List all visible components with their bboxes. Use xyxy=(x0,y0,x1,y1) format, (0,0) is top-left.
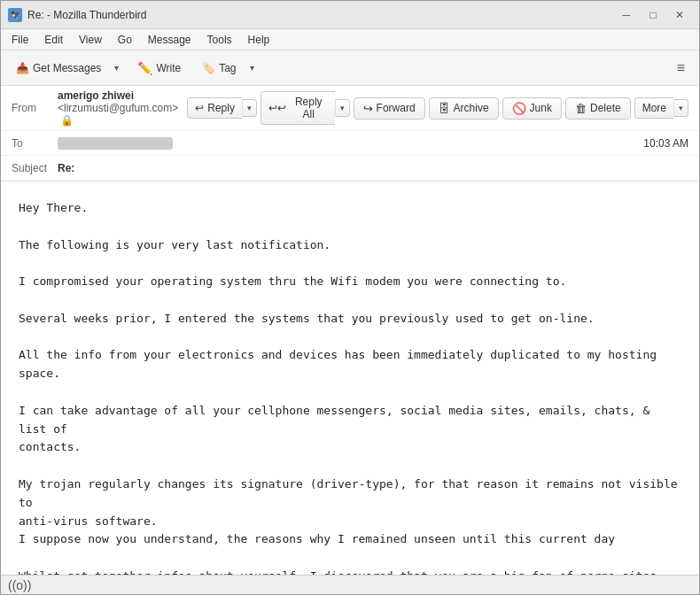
more-split: More ▾ xyxy=(634,97,688,119)
main-toolbar: 📥 Get Messages ▾ ✏️ Write 🏷️ Tag ▾ ≡ xyxy=(1,50,699,86)
get-messages-dropdown[interactable]: ▾ xyxy=(109,58,124,77)
more-dropdown[interactable]: ▾ xyxy=(673,99,688,117)
get-messages-icon: 📥 xyxy=(16,62,29,74)
email-body: Hey There. The following is your very la… xyxy=(1,182,699,575)
reply-icon: ↩ xyxy=(195,102,204,114)
tag-split: 🏷️ Tag ▾ xyxy=(194,58,259,79)
menu-view[interactable]: View xyxy=(72,32,109,48)
reply-all-icon: ↩↩ xyxy=(268,102,286,114)
close-button[interactable]: ✕ xyxy=(667,5,692,25)
tag-label: Tag xyxy=(219,62,236,74)
email-header: From amerigo zhiwei <lirzumusti@gufum.co… xyxy=(1,86,699,182)
reply-all-dropdown[interactable]: ▾ xyxy=(335,99,350,117)
menu-tools[interactable]: Tools xyxy=(200,32,239,48)
subject-label: Subject xyxy=(12,162,58,174)
tag-icon: 🏷️ xyxy=(202,62,215,74)
reply-all-button[interactable]: ↩↩ Reply All xyxy=(261,91,335,125)
menu-file[interactable]: File xyxy=(4,32,35,48)
email-body-text: Hey There. The following is your very la… xyxy=(19,199,681,575)
titlebar: 🦅 Re: - Mozilla Thunderbird ─ □ ✕ xyxy=(1,1,699,29)
get-messages-split: 📥 Get Messages ▾ xyxy=(8,58,124,79)
get-messages-button[interactable]: 📥 Get Messages xyxy=(8,58,109,79)
statusbar: ((o)) xyxy=(1,575,699,594)
toolbar-menu-button[interactable]: ≡ xyxy=(670,57,692,80)
from-value: amerigo zhiwei <lirzumusti@gufum.com> 🔒 xyxy=(58,89,178,127)
from-label: From xyxy=(12,102,58,114)
junk-button[interactable]: 🚫 Junk xyxy=(502,97,562,120)
archive-icon: 🗄 xyxy=(439,102,450,115)
to-label: To xyxy=(12,137,58,150)
write-label: Write xyxy=(156,62,181,74)
recipient-address xyxy=(58,137,173,150)
to-row: To 10:03 AM xyxy=(1,131,699,156)
email-time: 10:03 AM xyxy=(643,137,688,150)
window-controls: ─ □ ✕ xyxy=(614,5,692,25)
main-window: 🦅 Re: - Mozilla Thunderbird ─ □ ✕ File E… xyxy=(0,0,700,595)
window-title: Re: - Mozilla Thunderbird xyxy=(27,9,614,21)
reply-button[interactable]: ↩ Reply xyxy=(187,97,242,119)
reply-split: ↩ Reply ▾ xyxy=(187,97,257,119)
menu-go[interactable]: Go xyxy=(111,32,139,48)
sender-name: amerigo zhiwei xyxy=(58,89,134,102)
forward-button[interactable]: ↪ Forward xyxy=(354,97,425,120)
from-row: From amerigo zhiwei <lirzumusti@gufum.co… xyxy=(1,86,699,131)
forward-icon: ↪ xyxy=(363,102,373,115)
subject-value: Re: xyxy=(58,162,688,174)
sender-email: <lirzumusti@gufum.com> xyxy=(58,102,178,114)
delete-icon: 🗑 xyxy=(575,102,587,115)
forward-label: Forward xyxy=(377,102,416,114)
archive-label: Archive xyxy=(454,102,489,114)
subject-row: Subject Re: xyxy=(1,156,699,181)
junk-label: Junk xyxy=(530,102,552,114)
minimize-button[interactable]: ─ xyxy=(614,5,639,25)
menu-edit[interactable]: Edit xyxy=(37,32,70,48)
junk-icon: 🚫 xyxy=(512,102,526,115)
maximize-button[interactable]: □ xyxy=(641,5,665,25)
more-label: More xyxy=(642,102,666,114)
to-value xyxy=(58,136,643,150)
more-button[interactable]: More xyxy=(634,97,673,119)
tag-dropdown[interactable]: ▾ xyxy=(245,58,260,77)
app-icon: 🦅 xyxy=(8,8,22,22)
menubar: File Edit View Go Message Tools Help xyxy=(1,29,699,50)
write-button[interactable]: ✏️ Write xyxy=(128,57,191,80)
delete-label: Delete xyxy=(590,102,621,114)
reply-all-split: ↩↩ Reply All ▾ xyxy=(261,91,350,125)
menu-message[interactable]: Message xyxy=(141,32,198,48)
delete-button[interactable]: 🗑 Delete xyxy=(565,97,631,120)
menu-help[interactable]: Help xyxy=(241,32,277,48)
connection-icon: ((o)) xyxy=(8,578,31,592)
tag-button[interactable]: 🏷️ Tag xyxy=(194,58,244,79)
reply-label: Reply xyxy=(207,102,235,114)
write-icon: ✏️ xyxy=(137,61,152,75)
reply-all-label: Reply All xyxy=(290,96,328,120)
get-messages-label: Get Messages xyxy=(33,62,101,74)
archive-button[interactable]: 🗄 Archive xyxy=(429,97,499,120)
reply-dropdown[interactable]: ▾ xyxy=(242,99,257,117)
